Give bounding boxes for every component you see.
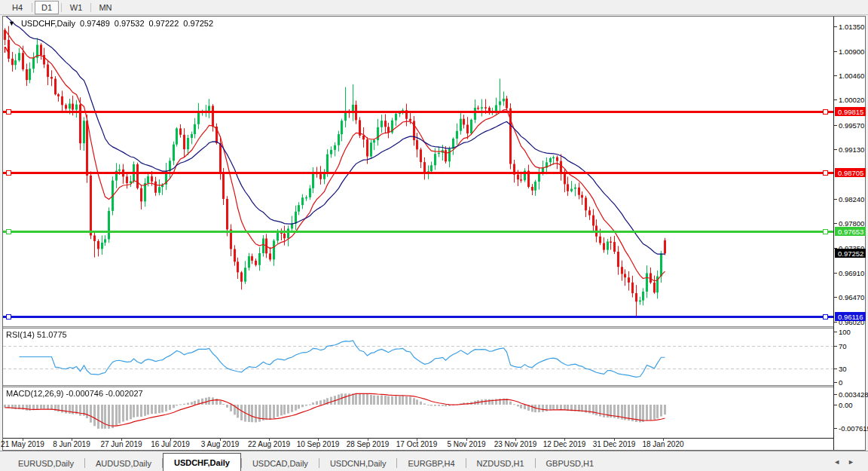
level-line-handle[interactable] <box>6 229 11 234</box>
chart-object-label: N <box>4 45 10 54</box>
chart-panes: ▼ USDCHF,Daily 0.97489 0.97532 0.97222 0… <box>3 17 833 450</box>
current-price-badge: 0.97252 <box>835 249 866 258</box>
date-label: 22 Aug 2019 <box>248 440 290 448</box>
horizontal-level-line-0.97653[interactable] <box>3 231 833 233</box>
level-line-handle[interactable] <box>823 109 828 115</box>
rsi-label: RSI(14) 51.0775 <box>6 330 67 339</box>
date-label: 12 Dec 2019 <box>543 440 586 448</box>
level-price-badge: 0.97653 <box>835 227 866 236</box>
timeframe-toolbar: H4D1W1MN <box>0 0 868 15</box>
tick-dash <box>834 322 837 323</box>
date-label: 8 Jun 2019 <box>53 440 90 448</box>
tab-scroll-left-icon[interactable]: ◄ <box>833 458 848 466</box>
chart-window: ▼ USDCHF,Daily 0.97489 0.97532 0.97222 0… <box>2 16 866 451</box>
tick-label: 0.99570 <box>839 121 864 130</box>
tick-dash <box>834 369 837 369</box>
tick-label: 0.00 <box>839 401 853 409</box>
tick-label: 1.01350 <box>839 23 864 31</box>
mt4-window: H4D1W1MN ▼ USDCHF,Daily 0.97489 0.97532 … <box>0 0 868 471</box>
level-price-badge: 0.99815 <box>835 107 866 116</box>
symbol-menu-icon[interactable]: ▼ <box>8 20 15 27</box>
tick-dash <box>834 394 837 395</box>
tick-dash <box>834 297 837 298</box>
tick-label: 0.96470 <box>839 293 864 301</box>
tick-dash <box>834 125 837 126</box>
tick-dash <box>834 332 837 332</box>
tick-label: 1.00020 <box>839 96 864 104</box>
date-label: 28 Sep 2019 <box>347 440 390 448</box>
tick-dash <box>834 99 837 100</box>
tick-dash <box>834 405 837 405</box>
tick-label: 70 <box>839 342 847 350</box>
date-axis[interactable]: 21 May 20198 Jun 201927 Jun 201916 Jul 2… <box>3 439 865 450</box>
level-line-handle[interactable] <box>823 314 828 320</box>
ohlc-open: 0.97489 <box>80 19 110 28</box>
tick-dash <box>834 428 837 429</box>
tick-dash <box>834 51 837 52</box>
level-line-handle[interactable] <box>823 170 828 176</box>
chart-tab-eurusd[interactable]: EURUSD,Daily <box>8 456 84 471</box>
tick-label: 1.00460 <box>839 72 864 80</box>
date-label: 21 May 2019 <box>1 440 44 448</box>
horizontal-level-line-0.96116[interactable] <box>3 316 833 318</box>
timeframe-button-w1[interactable]: W1 <box>64 1 88 14</box>
tick-label: 0.99130 <box>839 145 864 154</box>
date-label: 18 Jan 2020 <box>642 440 683 448</box>
rsi-chart-canvas[interactable] <box>3 329 833 385</box>
chart-tab-usdcnh[interactable]: USDCNH,Daily <box>319 456 397 471</box>
tab-scroll-arrows[interactable]: ◄► <box>833 458 862 466</box>
tick-label: 0.98240 <box>839 195 864 203</box>
date-label: 10 Sep 2019 <box>297 440 340 448</box>
level-line-handle[interactable] <box>6 109 11 115</box>
chart-tab-usdcad[interactable]: USDCAD,Daily <box>242 456 319 471</box>
symbol-period-label: USDCHF,Daily <box>21 19 75 28</box>
ohlc-close: 0.97252 <box>183 19 213 28</box>
tick-label: 100 <box>839 328 851 336</box>
level-line-handle[interactable] <box>823 229 828 234</box>
timeframe-button-d1[interactable]: D1 <box>35 1 59 14</box>
toolbar-separator <box>32 3 32 12</box>
tick-label: 30 <box>839 365 847 373</box>
level-price-badge: 0.98705 <box>835 168 866 177</box>
chart-tab-audusd[interactable]: AUDUSD,Daily <box>85 456 162 471</box>
tick-label: 0.96910 <box>839 269 864 277</box>
tick-label: 0.003428 <box>839 390 868 399</box>
date-label: 3 Aug 2019 <box>201 440 240 448</box>
date-label: 31 Dec 2019 <box>593 440 636 448</box>
toolbar-separator <box>61 3 62 12</box>
tick-dash <box>834 382 837 383</box>
tick-dash <box>834 149 837 150</box>
date-label: 16 Jul 2019 <box>151 440 190 448</box>
level-line-handle[interactable] <box>6 170 11 176</box>
horizontal-level-line-0.99815[interactable] <box>3 111 833 113</box>
chart-tab-usdchf[interactable]: USDCHF,Daily <box>163 453 241 471</box>
chart-title: ▼ USDCHF,Daily 0.97489 0.97532 0.97222 0… <box>8 19 213 28</box>
tab-scroll-right-icon[interactable]: ► <box>848 458 862 466</box>
tick-dash <box>834 26 837 27</box>
chart-tab-nzdusd[interactable]: NZDUSD,H1 <box>466 456 535 471</box>
tick-label: 0 <box>839 378 842 387</box>
timeframe-button-mn[interactable]: MN <box>93 1 118 14</box>
level-line-handle[interactable] <box>6 314 11 320</box>
chart-tab-gbpusd[interactable]: GBPUSD,H1 <box>536 456 605 471</box>
tick-dash <box>834 75 837 76</box>
chart-tab-eurgbp[interactable]: EURGBP,H4 <box>397 456 465 471</box>
horizontal-level-line-0.98705[interactable] <box>3 172 833 174</box>
tick-dash <box>834 346 837 347</box>
tick-dash <box>834 199 837 200</box>
macd-pane[interactable]: MACD(12,26,9) -0.000746 -0.002027 <box>3 387 833 438</box>
price-axis[interactable]: 1.013501.009001.004601.000200.995700.991… <box>833 17 865 450</box>
level-price-badge: 0.96116 <box>835 312 866 321</box>
date-label: 27 Jun 2019 <box>100 440 142 448</box>
ohlc-high: 0.97532 <box>115 19 145 28</box>
macd-label: MACD(12,26,9) -0.000746 -0.002027 <box>6 389 143 398</box>
date-label: 5 Nov 2019 <box>447 440 485 448</box>
price-pane[interactable]: ▼ USDCHF,Daily 0.97489 0.97532 0.97222 0… <box>3 17 833 326</box>
timeframe-button-h4[interactable]: H4 <box>5 1 29 14</box>
rsi-pane[interactable]: RSI(14) 51.0775 <box>3 329 833 385</box>
tick-dash <box>834 223 837 224</box>
date-label: 23 Nov 2019 <box>494 440 537 448</box>
chart-tab-bar: EURUSD,DailyAUDUSD,DailyUSDCHF,DailyUSDC… <box>0 451 868 471</box>
toolbar-separator <box>90 3 91 12</box>
date-label: 17 Oct 2019 <box>396 440 437 448</box>
